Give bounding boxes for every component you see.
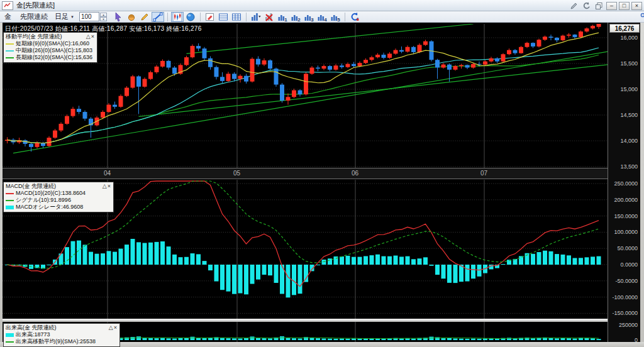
macd-histogram: [5, 239, 601, 297]
toolbar-icons: 12345: [112, 12, 361, 22]
close-button[interactable]: ×: [631, 2, 642, 10]
spin-up-icon[interactable]: ▲: [100, 13, 107, 17]
legend-item: 出来高移動平均(9)(SMA):25538: [6, 338, 118, 345]
legend-title: MACD(金 先限連続): [6, 183, 56, 190]
svg-text:1: 1: [284, 17, 287, 22]
svg-text:4: 4: [324, 17, 327, 22]
y-axis-tick: -50.0000: [615, 278, 638, 284]
legend-item-label: シグナル(10):91.8996: [16, 197, 71, 204]
legend-collapse-close-icons[interactable]: △×: [103, 183, 111, 190]
legend-collapse-close-icons[interactable]: △×: [86, 33, 95, 40]
ma-legend: 移動平均(金 先限連続)△×短期線(9)(0)(SMA)(C):16,060中期…: [3, 32, 97, 63]
svg-text:2: 2: [297, 17, 301, 22]
y-axis-tick: 0: [635, 337, 638, 343]
bars-count-input[interactable]: 100: [79, 12, 99, 21]
month-tick-label: 04: [104, 170, 111, 177]
y-axis-tick: 0.0000: [620, 262, 638, 268]
refresh-icon[interactable]: [581, 1, 592, 10]
legend-item-label: MACDオシレータ:46.9608: [16, 204, 83, 211]
legend-collapse-close-icons[interactable]: △×: [109, 324, 118, 331]
period-value: 日足: [55, 12, 69, 21]
y-axis-tick: -150.0000: [612, 310, 638, 316]
hand-tool-button[interactable]: [125, 12, 138, 22]
y-axis-tick: 16,000: [620, 35, 638, 41]
select-tool-button[interactable]: [112, 12, 125, 22]
bars-count-stepper[interactable]: 100 ▲ ▼: [79, 12, 107, 21]
legend-item-label: 出来高移動平均(9)(SMA):25538: [16, 338, 96, 345]
indicator-2-button[interactable]: 2: [289, 12, 302, 22]
legend-title: 出来高(金 先限連続): [6, 324, 57, 331]
trendline: [139, 63, 608, 116]
legend-item: 中期線(26)(0)(SMA)(C):15,803: [6, 47, 95, 54]
chart-window-icon: [2, 1, 13, 10]
draw-pencil-button[interactable]: [138, 12, 151, 22]
legend-title: 移動平均(金 先限連続): [6, 33, 62, 40]
y-axis-tick: 14,000: [620, 138, 638, 144]
legend-swatch: [6, 200, 14, 201]
toolbar-separator: [167, 13, 168, 21]
y-axis-tick: 250000: [619, 322, 638, 328]
legend-item-label: 短期線(9)(0)(SMA)(C):16,060: [16, 40, 89, 47]
period-dropdown[interactable]: 日足 ▼: [55, 12, 74, 21]
macd-legend: MACD(金 先限連続)△×MACD(10)(20)(C):138.8604シグ…: [3, 182, 114, 212]
y-axis-tick: 100.0000: [614, 229, 638, 235]
legend-item-label: 中期線(26)(0)(SMA)(C):15,803: [16, 47, 92, 54]
y-axis-tick: -100.0000: [612, 294, 638, 300]
legend-item: 短期線(9)(0)(SMA)(C):16,060: [6, 40, 95, 47]
legend-item: 長期線(52)(0)(SMA)(C):15,636: [6, 54, 95, 61]
volume-legend: 出来高(金 先限連続)△×出来高:18773出来高移動平均(9)(SMA):25…: [3, 323, 120, 347]
indicator-5-button[interactable]: 5: [329, 12, 341, 22]
legend-item-label: 長期線(52)(0)(SMA)(C):15,636: [16, 54, 92, 61]
y-axis-tick: 50.0000: [617, 245, 638, 251]
maximize-button[interactable]: □: [619, 2, 630, 10]
window-right-border: [640, 23, 644, 347]
spin-down-icon[interactable]: ▼: [100, 17, 107, 21]
pen-icon[interactable]: [569, 1, 579, 10]
legend-swatch: [6, 193, 14, 194]
current-price-badge: 16,276: [609, 24, 640, 33]
minimize-button[interactable]: –: [606, 2, 617, 10]
window-title: 金[先限連続]: [16, 1, 55, 10]
remove-indicator-button[interactable]: [263, 12, 275, 22]
trendline-tool-button[interactable]: [152, 12, 164, 22]
legend-item: MACD(10)(20)(C):138.8604: [6, 190, 111, 197]
indicator-3-button[interactable]: 3: [303, 12, 315, 22]
indicator-1-button[interactable]: 1: [276, 12, 289, 22]
toolbar-separator: [246, 13, 247, 21]
candlestick-chart-button[interactable]: [171, 12, 184, 22]
y-axis-tick: 15,000: [620, 86, 638, 92]
legend-item: シグナル(10):91.8996: [6, 197, 111, 204]
svg-text:3: 3: [311, 17, 314, 22]
legend-swatch: [6, 206, 14, 209]
reload-button[interactable]: [348, 12, 361, 22]
y-axis-tick: 150.0000: [614, 213, 638, 219]
month-tick-label: 05: [233, 170, 240, 177]
month-tick-label: 06: [352, 170, 358, 177]
indicator-menu-button[interactable]: [250, 12, 262, 22]
legend-swatch: [6, 50, 14, 52]
legend-item-label: 出来高:18773: [16, 331, 50, 338]
copy-window-icon[interactable]: [594, 1, 604, 10]
board-grid-button[interactable]: [230, 12, 243, 22]
title-bar: 金[先限連続] – □ ×: [0, 0, 644, 11]
legend-swatch: [6, 43, 14, 45]
sphere-view-button[interactable]: [184, 12, 197, 22]
legend-swatch: [6, 57, 14, 58]
symbol-label[interactable]: 金: [4, 12, 11, 21]
contract-label[interactable]: 先限連続: [20, 12, 48, 21]
svg-text:5: 5: [337, 17, 340, 22]
app-window: 金[先限連続] – □ × 金 先限連続 日足 ▼ 100 ▲: [0, 0, 644, 347]
indicator-4-button[interactable]: 4: [316, 12, 328, 22]
date-axis: 04050607: [3, 168, 608, 179]
y-axis-tick: 13,500: [620, 163, 638, 170]
memo-window-button[interactable]: [204, 12, 216, 22]
legend-swatch: [6, 341, 14, 343]
toolbar-separator: [200, 13, 201, 21]
price-axis-column[interactable]: 16,276 16,00015,50015,00014,50014,00013,…: [608, 23, 640, 342]
y-axis-tick: 14,500: [620, 112, 638, 118]
y-axis-tick: 200.0000: [614, 197, 638, 203]
y-axis-tick: 250.0000: [614, 180, 638, 187]
legend-item: 出来高:18773: [6, 331, 118, 338]
board-rows-button[interactable]: [217, 12, 230, 22]
month-tick-label: 07: [480, 170, 487, 177]
